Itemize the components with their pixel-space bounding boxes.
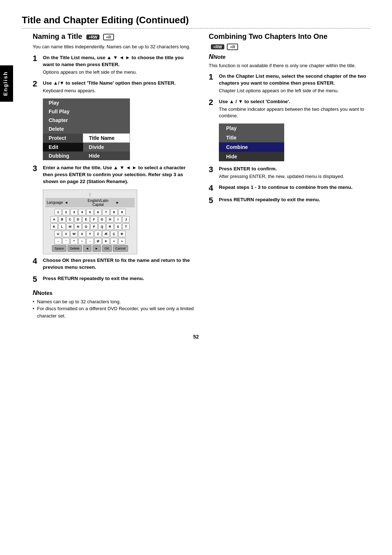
right-step-2: 2 Use ▲ / ▼ to select 'Combine'. The com… [209,98,370,119]
right-step-1: 1 On the Chapter List menu, select the s… [209,73,370,94]
keyboard-illustration: | Language ◄ English/Latin Capital ► 1 2… [43,190,137,254]
keyboard-row-special: - ' * ~ - Ø Þ « » [45,238,135,244]
right-menu-row-play: Play [219,123,284,133]
note-item-2: For discs formatted on a different DVD R… [33,305,194,319]
right-badges: +RW +R [209,44,370,50]
right-step-5: 5 Press RETURN repeatedly to exit the me… [209,197,370,204]
right-menu-row-hide: Hide [219,152,284,161]
keyboard-bottom-buttons: Space Delete ◄ ► OK Cancel [45,245,135,252]
menu-row-protect: Protect Title Name [43,134,130,143]
notes-heading: NNotes [33,289,194,297]
left-section-heading: Naming a Title +RW +R [33,32,194,41]
right-column: Combining Two Chapters Into One +RW +R N… [209,32,370,319]
menu-row-chapter: Chapter [43,116,130,125]
right-menu-table: Play Title Combine Hide [219,123,284,161]
right-menu-row-combine: Combine [219,142,284,152]
notes-list: Names can be up to 32 characters long. F… [33,298,194,320]
sidebar-english-tab: English [0,65,13,102]
menu-row-dubbing: Dubbing Hide [43,151,130,160]
keyboard-row-kt: K L M N O P Q R S T [45,223,135,230]
right-step-4: 4 Repeat steps 1 - 3 to continue to comb… [209,184,370,192]
note-heading: NNote [209,53,370,61]
right-menu-row-title: Title [219,133,284,142]
keyboard-row-uz: U V W X Y Z Æ Ç Ð [45,231,135,237]
left-step-1: 1 On the Title List menu, use ▲ ▼ ◄ ► to… [33,54,194,76]
right-step-3: 3 Press ENTER to confirm. After pressing… [209,166,370,180]
left-menu-table: Play Full Play Chapter Delete Protect Ti… [43,98,130,160]
page-title: Title and Chapter Editing (Continued) [22,15,370,29]
two-column-layout: Naming a Title +RW +R You can name title… [22,32,370,319]
left-notes-section: NNotes Names can be up to 32 characters … [33,289,194,320]
left-step-3: 3 Enter a name for the title. Use ▲ ▼ ◄ … [33,165,194,185]
keyboard-number-row: 1 2 3 4 5 6 7 8 9 [45,209,135,215]
left-step-2: 2 Use ▲/▼ to select 'Title Name' option … [33,80,194,94]
left-step-5: 5 Press RETURN repeatedly to exit the me… [33,275,194,283]
menu-row-edit: Edit Divide [43,143,130,152]
note-item-1: Names can be up to 32 characters long. [33,298,194,305]
left-intro-text: You can name titles independently. Names… [33,44,194,50]
keyboard-language-row: Language ◄ English/Latin Capital ► [45,198,135,207]
note-text: This function is not available if there … [209,62,370,69]
left-column: Naming a Title +RW +R You can name title… [22,32,194,319]
menu-row-delete: Delete [43,125,130,134]
menu-row-play: Play [43,98,130,107]
page-number: 52 [22,334,370,340]
keyboard-row-aj: A B C D E F G H I J [45,216,135,223]
right-note-box: NNote This function is not available if … [209,53,370,69]
right-section-heading: Combining Two Chapters Into One [209,32,370,41]
left-step-4: 4 Choose OK then press ENTER to fix the … [33,257,194,271]
page: English Title and Chapter Editing (Conti… [0,0,392,555]
menu-row-fullplay: Full Play [43,107,130,116]
